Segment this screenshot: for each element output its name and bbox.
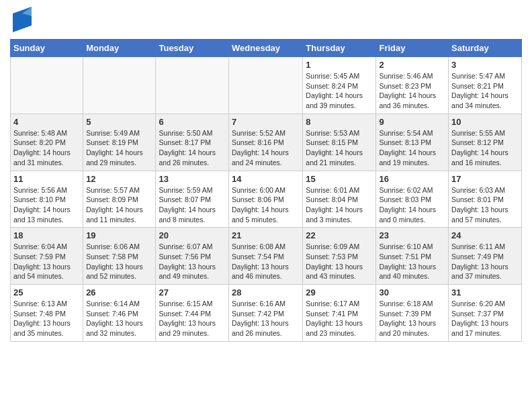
day-number: 19 — [86, 230, 152, 240]
day-number: 9 — [379, 117, 445, 127]
calendar-cell: 24Sunrise: 6:11 AM Sunset: 7:49 PM Dayli… — [449, 228, 522, 285]
day-number: 3 — [451, 60, 519, 70]
day-number: 31 — [451, 287, 519, 298]
calendar-cell — [83, 57, 156, 114]
day-number: 20 — [159, 230, 226, 240]
calendar-cell: 5Sunrise: 5:49 AM Sunset: 8:19 PM Daylig… — [83, 113, 156, 171]
day-number: 1 — [306, 60, 373, 70]
calendar-cell: 19Sunrise: 6:06 AM Sunset: 7:58 PM Dayli… — [83, 228, 156, 285]
calendar-cell: 12Sunrise: 5:57 AM Sunset: 8:09 PM Dayli… — [83, 171, 156, 228]
calendar-cell: 3Sunrise: 5:47 AM Sunset: 8:21 PM Daylig… — [449, 57, 522, 114]
calendar-cell: 9Sunrise: 5:54 AM Sunset: 8:13 PM Daylig… — [376, 113, 449, 171]
day-of-week-header: Wednesday — [229, 40, 303, 57]
calendar-cell: 11Sunrise: 5:56 AM Sunset: 8:10 PM Dayli… — [11, 171, 83, 228]
page-header — [10, 7, 522, 32]
day-info: Sunrise: 6:09 AM Sunset: 7:53 PM Dayligh… — [306, 242, 373, 281]
day-number: 23 — [379, 230, 445, 240]
calendar-cell: 8Sunrise: 5:53 AM Sunset: 8:15 PM Daylig… — [303, 113, 376, 171]
day-info: Sunrise: 5:54 AM Sunset: 8:13 PM Dayligh… — [379, 128, 445, 168]
calendar-cell: 14Sunrise: 6:00 AM Sunset: 8:06 PM Dayli… — [229, 171, 303, 228]
calendar-week-row: 18Sunrise: 6:04 AM Sunset: 7:59 PM Dayli… — [11, 228, 522, 285]
day-info: Sunrise: 5:47 AM Sunset: 8:21 PM Dayligh… — [451, 71, 519, 111]
day-info: Sunrise: 6:08 AM Sunset: 7:54 PM Dayligh… — [232, 242, 300, 281]
calendar-cell: 6Sunrise: 5:50 AM Sunset: 8:17 PM Daylig… — [156, 113, 229, 171]
calendar-cell: 2Sunrise: 5:46 AM Sunset: 8:23 PM Daylig… — [376, 57, 449, 114]
day-number: 6 — [159, 117, 226, 127]
day-info: Sunrise: 6:07 AM Sunset: 7:56 PM Dayligh… — [159, 242, 226, 281]
day-of-week-header: Friday — [376, 40, 449, 57]
day-number: 11 — [13, 174, 80, 184]
day-info: Sunrise: 6:04 AM Sunset: 7:59 PM Dayligh… — [13, 242, 80, 281]
calendar-week-row: 4Sunrise: 5:48 AM Sunset: 8:20 PM Daylig… — [11, 113, 522, 171]
day-info: Sunrise: 6:03 AM Sunset: 8:01 PM Dayligh… — [451, 185, 519, 225]
day-number: 4 — [13, 117, 80, 127]
day-number: 8 — [306, 117, 373, 127]
day-info: Sunrise: 5:56 AM Sunset: 8:10 PM Dayligh… — [13, 185, 80, 225]
calendar-cell: 7Sunrise: 5:52 AM Sunset: 8:16 PM Daylig… — [229, 113, 303, 171]
day-info: Sunrise: 5:45 AM Sunset: 8:24 PM Dayligh… — [306, 71, 373, 111]
day-number: 5 — [86, 117, 152, 127]
day-info: Sunrise: 6:13 AM Sunset: 7:48 PM Dayligh… — [13, 299, 80, 338]
calendar-cell: 16Sunrise: 6:02 AM Sunset: 8:03 PM Dayli… — [376, 171, 449, 228]
day-info: Sunrise: 6:14 AM Sunset: 7:46 PM Dayligh… — [86, 299, 152, 338]
calendar-cell: 17Sunrise: 6:03 AM Sunset: 8:01 PM Dayli… — [449, 171, 522, 228]
day-info: Sunrise: 5:48 AM Sunset: 8:20 PM Dayligh… — [13, 128, 80, 168]
calendar-week-row: 25Sunrise: 6:13 AM Sunset: 7:48 PM Dayli… — [11, 285, 522, 342]
day-info: Sunrise: 5:46 AM Sunset: 8:23 PM Dayligh… — [379, 71, 445, 111]
day-number: 14 — [232, 174, 300, 184]
day-number: 18 — [13, 230, 80, 240]
day-info: Sunrise: 5:59 AM Sunset: 8:07 PM Dayligh… — [159, 185, 226, 225]
day-number: 21 — [232, 230, 300, 240]
day-info: Sunrise: 6:02 AM Sunset: 8:03 PM Dayligh… — [379, 185, 445, 225]
day-info: Sunrise: 5:50 AM Sunset: 8:17 PM Dayligh… — [159, 128, 226, 168]
day-info: Sunrise: 6:16 AM Sunset: 7:42 PM Dayligh… — [232, 299, 300, 338]
day-number: 2 — [379, 60, 445, 70]
day-number: 10 — [451, 117, 519, 127]
calendar-cell: 28Sunrise: 6:16 AM Sunset: 7:42 PM Dayli… — [229, 285, 303, 342]
calendar-table: SundayMondayTuesdayWednesdayThursdayFrid… — [10, 39, 522, 342]
page-container: SundayMondayTuesdayWednesdayThursdayFrid… — [0, 0, 532, 349]
day-number: 24 — [451, 230, 519, 240]
day-number: 17 — [451, 174, 519, 184]
day-number: 15 — [306, 174, 373, 184]
day-info: Sunrise: 6:20 AM Sunset: 7:37 PM Dayligh… — [451, 299, 519, 338]
day-of-week-header: Sunday — [11, 40, 83, 57]
day-of-week-header: Saturday — [449, 40, 522, 57]
calendar-cell: 18Sunrise: 6:04 AM Sunset: 7:59 PM Dayli… — [11, 228, 83, 285]
day-of-week-header: Thursday — [303, 40, 376, 57]
day-info: Sunrise: 6:10 AM Sunset: 7:51 PM Dayligh… — [379, 242, 445, 281]
day-info: Sunrise: 6:11 AM Sunset: 7:49 PM Dayligh… — [451, 242, 519, 281]
calendar-cell: 20Sunrise: 6:07 AM Sunset: 7:56 PM Dayli… — [156, 228, 229, 285]
logo-text — [10, 7, 32, 32]
calendar-cell — [229, 57, 303, 114]
day-info: Sunrise: 6:00 AM Sunset: 8:06 PM Dayligh… — [232, 185, 300, 225]
day-number: 22 — [306, 230, 373, 240]
calendar-cell: 21Sunrise: 6:08 AM Sunset: 7:54 PM Dayli… — [229, 228, 303, 285]
day-number: 29 — [306, 287, 373, 298]
calendar-cell: 4Sunrise: 5:48 AM Sunset: 8:20 PM Daylig… — [11, 113, 83, 171]
day-number: 26 — [86, 287, 152, 298]
day-info: Sunrise: 5:53 AM Sunset: 8:15 PM Dayligh… — [306, 128, 373, 168]
day-info: Sunrise: 6:15 AM Sunset: 7:44 PM Dayligh… — [159, 299, 226, 338]
calendar-cell — [11, 57, 83, 114]
calendar-cell — [156, 57, 229, 114]
calendar-cell: 26Sunrise: 6:14 AM Sunset: 7:46 PM Dayli… — [83, 285, 156, 342]
calendar-cell: 15Sunrise: 6:01 AM Sunset: 8:04 PM Dayli… — [303, 171, 376, 228]
calendar-cell: 13Sunrise: 5:59 AM Sunset: 8:07 PM Dayli… — [156, 171, 229, 228]
calendar-cell: 23Sunrise: 6:10 AM Sunset: 7:51 PM Dayli… — [376, 228, 449, 285]
calendar-week-row: 11Sunrise: 5:56 AM Sunset: 8:10 PM Dayli… — [11, 171, 522, 228]
calendar-cell: 22Sunrise: 6:09 AM Sunset: 7:53 PM Dayli… — [303, 228, 376, 285]
day-of-week-header: Tuesday — [156, 40, 229, 57]
calendar-cell: 1Sunrise: 5:45 AM Sunset: 8:24 PM Daylig… — [303, 57, 376, 114]
day-info: Sunrise: 5:49 AM Sunset: 8:19 PM Dayligh… — [86, 128, 152, 168]
calendar-cell: 25Sunrise: 6:13 AM Sunset: 7:48 PM Dayli… — [11, 285, 83, 342]
day-info: Sunrise: 5:52 AM Sunset: 8:16 PM Dayligh… — [232, 128, 300, 168]
day-number: 28 — [232, 287, 300, 298]
day-info: Sunrise: 5:57 AM Sunset: 8:09 PM Dayligh… — [86, 185, 152, 225]
day-number: 27 — [159, 287, 226, 298]
logo-icon — [13, 7, 32, 32]
calendar-week-row: 1Sunrise: 5:45 AM Sunset: 8:24 PM Daylig… — [11, 57, 522, 114]
day-info: Sunrise: 6:17 AM Sunset: 7:41 PM Dayligh… — [306, 299, 373, 338]
day-info: Sunrise: 6:18 AM Sunset: 7:39 PM Dayligh… — [379, 299, 445, 338]
day-number: 25 — [13, 287, 80, 298]
